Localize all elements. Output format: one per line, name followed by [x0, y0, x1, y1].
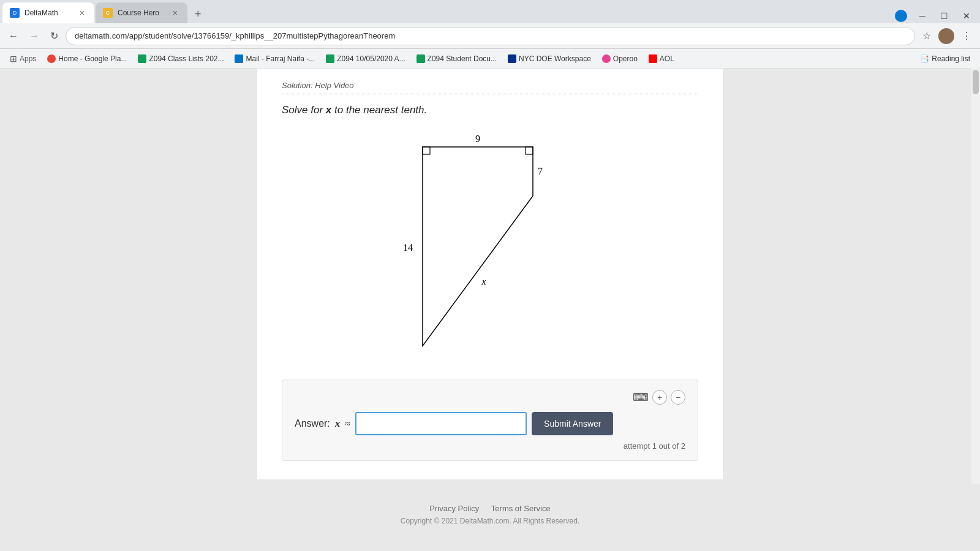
new-tab-button[interactable]: + — [190, 6, 206, 23]
scrollbar-thumb[interactable] — [973, 70, 979, 94]
z094-1005-favicon — [326, 54, 334, 63]
content-area: Solution: Help Video Solve for x to the … — [0, 69, 980, 551]
bookmark-z094-student-label: Z094 Student Docu... — [428, 54, 497, 63]
browser-toolbar: ← → ↻ ☆ ⋮ — [0, 23, 980, 49]
svg-rect-2 — [526, 147, 533, 154]
bookmark-aol[interactable]: AOL — [644, 53, 679, 65]
mail-farraj-favicon — [235, 54, 243, 63]
user-avatar[interactable] — [938, 28, 954, 44]
diagram-container: 9 7 14 x — [282, 129, 698, 361]
bookmark-nyc-doe[interactable]: NYC DOE Workspace — [503, 53, 596, 65]
toolbar-right: ☆ ⋮ — [919, 28, 975, 44]
tab-coursehero-close[interactable]: × — [170, 7, 180, 19]
page-footer: Privacy Policy Terms of Service Copyrigh… — [0, 492, 980, 544]
bookmark-z094-1005-label: Z094 10/05/2020 A... — [337, 54, 405, 63]
z094-class-favicon — [138, 54, 146, 63]
tab-deltamath-close[interactable]: × — [77, 7, 87, 19]
attempt-text: attempt 1 out of 2 — [295, 441, 685, 451]
bookmark-nyc-doe-label: NYC DOE Workspace — [519, 54, 591, 63]
bookmark-home-google[interactable]: Home - Google Pla... — [42, 53, 132, 65]
keyboard-icon[interactable]: ⌨ — [633, 391, 649, 404]
svg-marker-0 — [423, 147, 533, 346]
right-label: 7 — [538, 166, 543, 176]
menu-button[interactable]: ⋮ — [958, 28, 975, 44]
submit-answer-button[interactable]: Submit Answer — [532, 412, 613, 435]
answer-top-controls: ⌨ + − — [295, 390, 685, 405]
divider — [282, 94, 698, 94]
top-label: 9 — [475, 133, 480, 144]
reading-list-button[interactable]: 📑 Reading list — [915, 53, 975, 65]
address-bar[interactable] — [66, 27, 915, 45]
footer-copyright: Copyright © 2021 DeltaMath.com. All Righ… — [0, 517, 980, 525]
diagonal-label: x — [481, 276, 486, 287]
bookmark-home-google-label: Home - Google Pla... — [58, 54, 127, 63]
answer-label: Answer: — [295, 418, 330, 429]
svg-rect-1 — [423, 147, 430, 154]
tab-deltamath-title: DeltaMath — [24, 9, 72, 17]
star-button[interactable]: ☆ — [919, 28, 935, 44]
answer-x-var: x — [335, 418, 341, 430]
bookmark-aol-label: AOL — [660, 54, 674, 63]
minimize-button[interactable]: ─ — [914, 9, 930, 23]
bookmark-z094-1005[interactable]: Z094 10/05/2020 A... — [321, 53, 410, 65]
aol-favicon — [649, 54, 657, 63]
bookmark-operoo[interactable]: Operoo — [597, 53, 643, 65]
answer-approx: ≈ — [345, 418, 350, 429]
home-google-favicon — [47, 54, 56, 63]
left-label: 14 — [404, 242, 413, 253]
tab-coursehero[interactable]: C Course Hero × — [96, 2, 187, 23]
section-hint: Solution: Help Video — [282, 81, 698, 90]
plus-button[interactable]: + — [652, 390, 667, 405]
bookmark-operoo-label: Operoo — [613, 54, 638, 63]
edge-icon — [895, 10, 907, 22]
maximize-button[interactable]: ☐ — [935, 9, 953, 23]
forward-button[interactable]: → — [26, 28, 43, 44]
tab-coursehero-title: Course Hero — [118, 9, 165, 17]
answer-area: ⌨ + − Answer: x ≈ Submit Answer attempt … — [282, 380, 698, 461]
operoo-favicon — [602, 54, 611, 63]
scrollbar-track[interactable] — [971, 69, 980, 484]
apps-grid-icon: ⊞ — [10, 54, 17, 64]
bookmark-z094-class[interactable]: Z094 Class Lists 202... — [133, 53, 228, 65]
close-button[interactable]: ✕ — [958, 9, 975, 23]
bookmark-mail-farraj-label: Mail - Farraj Naifa -... — [246, 54, 315, 63]
coursehero-favicon: C — [103, 8, 113, 18]
bookmark-mail-farraj[interactable]: Mail - Farraj Naifa -... — [230, 53, 320, 65]
reading-list-icon: 📑 — [920, 54, 929, 63]
minus-button[interactable]: − — [671, 390, 685, 405]
window-controls: ─ ☐ ✕ — [895, 9, 980, 23]
z094-student-favicon — [417, 54, 425, 63]
tab-deltamath[interactable]: D DeltaMath × — [2, 2, 94, 23]
answer-row: Answer: x ≈ Submit Answer — [295, 412, 685, 435]
back-button[interactable]: ← — [5, 28, 22, 44]
bookmarks-apps[interactable]: ⊞ Apps — [5, 52, 41, 66]
browser-frame: D DeltaMath × C Course Hero × + ─ ☐ ✕ ← … — [0, 0, 980, 551]
terms-of-service-link[interactable]: Terms of Service — [491, 504, 551, 513]
footer-links: Privacy Policy Terms of Service — [0, 504, 980, 513]
deltamath-favicon: D — [10, 8, 20, 18]
bookmarks-bar: ⊞ Apps Home - Google Pla... Z094 Class L… — [0, 49, 980, 69]
geometry-diagram: 9 7 14 x — [404, 129, 576, 361]
nyc-doe-favicon — [508, 54, 516, 63]
refresh-button[interactable]: ↻ — [47, 28, 62, 44]
privacy-policy-link[interactable]: Privacy Policy — [429, 504, 479, 513]
reading-list-label: Reading list — [932, 54, 970, 63]
apps-label: Apps — [20, 54, 36, 63]
problem-statement: Solve for x to the nearest tenth. — [282, 104, 698, 116]
bookmark-z094-class-label: Z094 Class Lists 202... — [149, 54, 224, 63]
answer-input[interactable] — [355, 412, 527, 435]
bookmark-z094-student[interactable]: Z094 Student Docu... — [412, 53, 502, 65]
